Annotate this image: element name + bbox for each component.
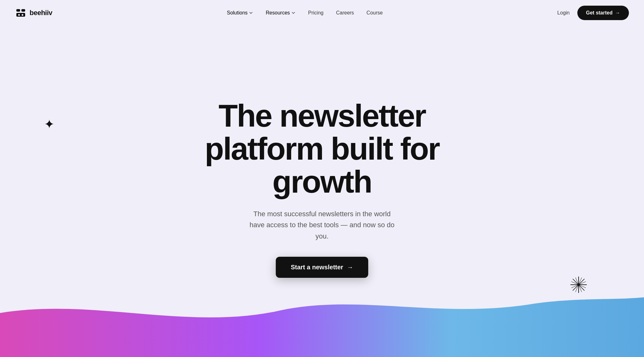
svg-rect-2 xyxy=(16,13,25,17)
hero-title: The newsletter platform built for growth xyxy=(205,99,439,198)
arrow-icon: → xyxy=(347,264,353,271)
chevron-down-icon xyxy=(249,11,253,15)
start-newsletter-button[interactable]: Start a newsletter → xyxy=(276,257,369,278)
hero-subtitle: The most successful newsletters in the w… xyxy=(247,208,397,242)
nav-item-resources[interactable]: Resources xyxy=(266,10,295,16)
arrow-icon: → xyxy=(615,10,620,16)
nav-links: Solutions Resources Pricing Careers Cour… xyxy=(227,10,383,16)
chevron-down-icon xyxy=(291,11,296,15)
svg-line-12 xyxy=(575,277,582,292)
svg-line-9 xyxy=(571,282,586,288)
nav-item-solutions[interactable]: Solutions xyxy=(227,10,253,16)
svg-line-7 xyxy=(573,279,584,290)
svg-line-10 xyxy=(571,282,586,288)
nav-right: Login Get started → xyxy=(557,6,629,20)
navbar: beehiiv Solutions Resources Pricing Care… xyxy=(0,0,644,26)
login-button[interactable]: Login xyxy=(557,10,569,16)
nav-item-pricing[interactable]: Pricing xyxy=(308,10,324,16)
logo-link[interactable]: beehiiv xyxy=(15,7,52,19)
svg-line-11 xyxy=(575,277,582,292)
svg-line-8 xyxy=(573,279,584,290)
hero-section: ✦ The newsletter platform built for grow… xyxy=(0,26,644,357)
star-left-icon: ✦ xyxy=(44,117,55,131)
get-started-button[interactable]: Get started → xyxy=(577,6,629,20)
nav-item-careers[interactable]: Careers xyxy=(336,10,354,16)
logo-icon xyxy=(15,7,26,19)
svg-rect-3 xyxy=(18,14,20,16)
svg-rect-1 xyxy=(21,9,25,12)
starburst-right-icon xyxy=(570,276,587,295)
svg-rect-4 xyxy=(22,14,23,16)
nav-item-course[interactable]: Course xyxy=(367,10,383,16)
svg-rect-0 xyxy=(16,9,20,12)
logo-text: beehiiv xyxy=(30,9,52,17)
